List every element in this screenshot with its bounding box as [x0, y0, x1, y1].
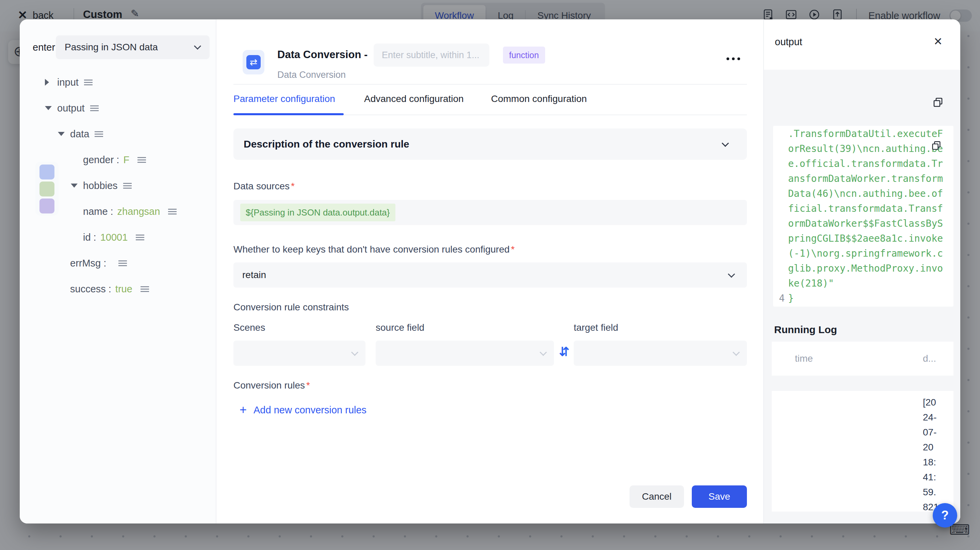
source-node-select[interactable]: Passing in JSON data: [56, 35, 210, 59]
caret-down-icon[interactable]: [58, 132, 65, 136]
copy-icon[interactable]: [931, 140, 942, 151]
node-title: Data Conversion -: [277, 49, 368, 61]
tree-row-errMsg[interactable]: errMsg:: [20, 250, 216, 276]
code-line: e.official.transformdata.Tr: [773, 156, 953, 171]
tree-key: success: [70, 284, 106, 295]
caret-right-icon[interactable]: [45, 79, 49, 86]
drag-handle-icon[interactable]: [95, 131, 103, 137]
tree-key: hobbies: [83, 180, 118, 191]
code-line: ficial.transformdata.Transf: [773, 201, 953, 216]
chevron-down-icon: [351, 349, 358, 356]
tree-value: true: [115, 284, 132, 295]
required-asterisk: *: [291, 181, 295, 191]
log-column-data: d...: [923, 342, 936, 376]
description-collapse[interactable]: Description of the conversion rule: [234, 128, 747, 160]
caret-down-icon[interactable]: [45, 106, 52, 110]
drag-handle-icon[interactable]: [140, 286, 149, 292]
copy-icon[interactable]: [932, 97, 944, 108]
subtitle-input[interactable]: [374, 43, 489, 67]
screen: ✕ back Custom ✎ Workflow Log Sync Histor…: [0, 0, 980, 550]
code-line: .TransformDataUtil.executeF: [773, 127, 953, 141]
config-tabs: Parameter configuration Advanced configu…: [217, 89, 763, 115]
tree-colon: :: [116, 154, 119, 166]
output-panel: output ✕ .TransformDataUtil.executeForRe…: [763, 19, 960, 523]
target-field-select[interactable]: [574, 341, 747, 366]
tree-value: 10001: [100, 232, 128, 243]
output-code-block[interactable]: .TransformDataUtil.executeForResult(39)\…: [773, 126, 953, 307]
output-panel-body: .TransformDataUtil.executeForResult(39)\…: [764, 70, 960, 523]
tree-row-data[interactable]: data: [20, 121, 216, 147]
node-subtitle: Data Conversion: [277, 70, 346, 80]
log-timestamp-value: [2024-07-2018:41:59.821: [923, 395, 939, 512]
active-tab-underline: [234, 113, 344, 115]
tree-colon: :: [111, 206, 113, 217]
code-line: Data(46)\ncn.authing.bee.of: [773, 186, 953, 201]
scenes-select[interactable]: [234, 341, 366, 366]
code-line: 4}: [773, 291, 953, 306]
chevron-down-icon: [722, 140, 729, 147]
tree-key: input: [57, 77, 79, 88]
tree-value: zhangsan: [118, 206, 160, 217]
source-data-panel: enter Passing in JSON data inputoutputda…: [20, 19, 216, 523]
drag-handle-icon[interactable]: [90, 105, 99, 111]
add-conversion-rule-link[interactable]: + Add new conversion rules: [240, 403, 366, 417]
drag-handle-icon[interactable]: [136, 235, 144, 240]
enter-label: enter: [33, 42, 55, 53]
tree-key: output: [57, 103, 85, 114]
keep-keys-value: retain: [242, 262, 266, 288]
running-log-header-row: time d...: [772, 342, 953, 376]
code-line: (-1)\norg.springframework.c: [773, 246, 953, 261]
node-palette-ghost: [35, 162, 59, 216]
target-field-label: target field: [574, 322, 618, 333]
source-field-select[interactable]: [375, 341, 554, 366]
tab-parameter-configuration[interactable]: Parameter configuration: [234, 94, 335, 105]
more-menu-icon[interactable]: [727, 57, 740, 60]
cancel-button[interactable]: Cancel: [630, 485, 684, 508]
palette-node-green: [40, 182, 54, 197]
data-sources-label: Data sources*: [234, 181, 295, 192]
output-panel-title: output: [775, 36, 802, 48]
keep-keys-select[interactable]: retain: [234, 262, 747, 288]
subtitle-field-wrap: [374, 43, 489, 67]
log-column-time: time: [795, 342, 813, 376]
divider: [234, 84, 747, 85]
close-icon[interactable]: ✕: [933, 35, 943, 48]
tab-advanced-configuration[interactable]: Advanced configuration: [364, 94, 464, 105]
save-button[interactable]: Save: [692, 485, 747, 508]
tree-row-output[interactable]: output: [20, 95, 216, 121]
data-sources-field[interactable]: ${Passing in JSON data.output.data}: [234, 200, 747, 225]
tab-common-configuration[interactable]: Common configuration: [491, 94, 587, 105]
help-button[interactable]: ?: [933, 503, 957, 528]
keep-keys-label: Whether to keep keys that don't have con…: [234, 244, 515, 255]
palette-node-purple: [40, 198, 54, 214]
chevron-down-icon: [194, 43, 201, 50]
drag-handle-icon[interactable]: [168, 209, 177, 214]
required-asterisk: *: [511, 244, 515, 255]
drag-handle-icon[interactable]: [137, 157, 146, 163]
tree-key: id: [83, 232, 91, 243]
tree-key: name: [83, 206, 108, 217]
tree-row-success[interactable]: success:true: [20, 276, 216, 302]
drag-handle-icon[interactable]: [84, 79, 92, 85]
palette-node-blue: [40, 165, 54, 179]
scenes-label: Scenes: [234, 322, 265, 333]
node-form-panel: ⇄ Data Conversion - function Data Conver…: [217, 19, 763, 523]
drag-handle-icon[interactable]: [123, 183, 132, 189]
tree-row-input[interactable]: input: [20, 69, 216, 95]
swap-fields-icon[interactable]: ⇵: [559, 345, 569, 359]
tree-value: F: [123, 154, 129, 166]
node-icon-tile: ⇄: [243, 50, 264, 74]
code-line: pringCGLIB$$2aee8a1c.invoke: [773, 231, 953, 246]
chevron-down-icon: [540, 349, 547, 356]
code-line: ormDataWorker$$FastClassByS: [773, 216, 953, 231]
data-sources-token: ${Passing in JSON data.output.data}: [240, 204, 395, 221]
tree-row-id[interactable]: id:10001: [20, 224, 216, 250]
source-field-label: source field: [375, 322, 424, 333]
plus-icon: +: [240, 403, 247, 417]
running-log-row[interactable]: [2024-07-2018:41:59.821: [772, 391, 953, 512]
source-node-select-value: Passing in JSON data: [65, 35, 158, 59]
data-conversion-icon: ⇄: [247, 55, 261, 69]
tree-colon: :: [108, 284, 111, 295]
drag-handle-icon[interactable]: [118, 260, 127, 266]
caret-down-icon[interactable]: [71, 184, 78, 188]
